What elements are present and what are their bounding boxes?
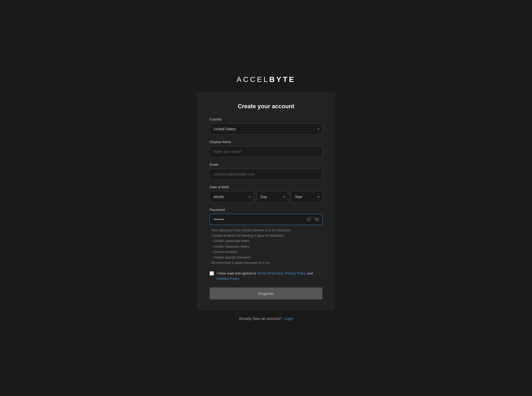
- display-name-group: Display Name: [210, 140, 322, 157]
- password-rule-4: - Contain lowercase letters: [210, 244, 322, 249]
- terms-row: I have read and agreed to Terms of Servi…: [210, 271, 322, 281]
- password-group: Password - Your pa: [210, 208, 322, 266]
- email-input[interactable]: [210, 169, 322, 180]
- logo: ACCELBYTE: [236, 75, 296, 84]
- email-label: Email: [210, 162, 322, 166]
- email-group: Email: [210, 162, 322, 180]
- dob-label: Date of Birth: [210, 185, 322, 189]
- day-select[interactable]: Day: [256, 191, 288, 202]
- password-rule-5: - Contain numbers: [210, 249, 322, 255]
- password-rule-2: - Contain at least 3 of following 4 type…: [210, 233, 322, 238]
- country-group: Country United States Canada United King…: [210, 117, 322, 135]
- terms-text: I have read and agreed to Terms of Servi…: [217, 271, 322, 281]
- country-label: Country: [210, 117, 322, 121]
- logo-part2: BYTE: [269, 75, 296, 84]
- display-name-input[interactable]: [210, 146, 322, 157]
- eye-slash-icon: [314, 217, 319, 222]
- already-account-text: Already have an account?: [239, 316, 282, 321]
- password-rules: - Your password must contain between 8 t…: [210, 228, 322, 266]
- dob-group: Date of Birth Month January February Mar…: [210, 185, 322, 202]
- password-rule-7: - No more than 2 equal characters in a r…: [210, 260, 322, 265]
- register-button[interactable]: Register: [210, 287, 322, 299]
- password-input[interactable]: [210, 214, 322, 225]
- page-wrapper: ACCELBYTE Create your account Country Un…: [0, 65, 532, 332]
- terms-checkbox[interactable]: [210, 271, 214, 276]
- year-select-wrapper: Year ▾: [291, 191, 322, 202]
- password-label: Password: [210, 208, 322, 212]
- logo-part1: ACCEL: [236, 75, 269, 84]
- day-select-wrapper: Day ▾: [256, 191, 288, 202]
- shield-icon: [306, 217, 311, 222]
- terms-of-service-link[interactable]: Terms of Service: [257, 271, 283, 275]
- card-title: Create your account: [210, 103, 322, 110]
- cookies-policy-link[interactable]: Cookies Policy: [217, 277, 239, 281]
- month-select-wrapper: Month January February March April May J…: [210, 191, 254, 202]
- password-toggle-button[interactable]: [314, 216, 320, 222]
- privacy-policy-link[interactable]: Privacy Policy: [285, 271, 306, 275]
- registration-card: Create your account Country United State…: [197, 92, 335, 310]
- password-rule-6: - Contain special characters: [210, 255, 322, 260]
- terms-text-and: and: [306, 271, 313, 275]
- login-link[interactable]: Login: [284, 316, 293, 321]
- password-icons: [306, 216, 320, 222]
- country-select-wrapper: United States Canada United Kingdom Aust…: [210, 123, 322, 135]
- password-strength-button[interactable]: [306, 216, 312, 222]
- password-wrapper: [210, 214, 322, 225]
- password-rule-1: - Your password must contain between 8 t…: [210, 228, 322, 233]
- terms-text-before: I have read and agreed to: [217, 271, 257, 275]
- display-name-label: Display Name: [210, 140, 322, 144]
- country-select[interactable]: United States Canada United Kingdom Aust…: [210, 123, 322, 135]
- month-select[interactable]: Month January February March April May J…: [210, 191, 254, 202]
- login-row: Already have an account? Login: [239, 316, 293, 321]
- password-rule-3: - Contain uppercase letters: [210, 238, 322, 244]
- year-select[interactable]: Year: [291, 191, 322, 202]
- dob-row: Month January February March April May J…: [210, 191, 322, 202]
